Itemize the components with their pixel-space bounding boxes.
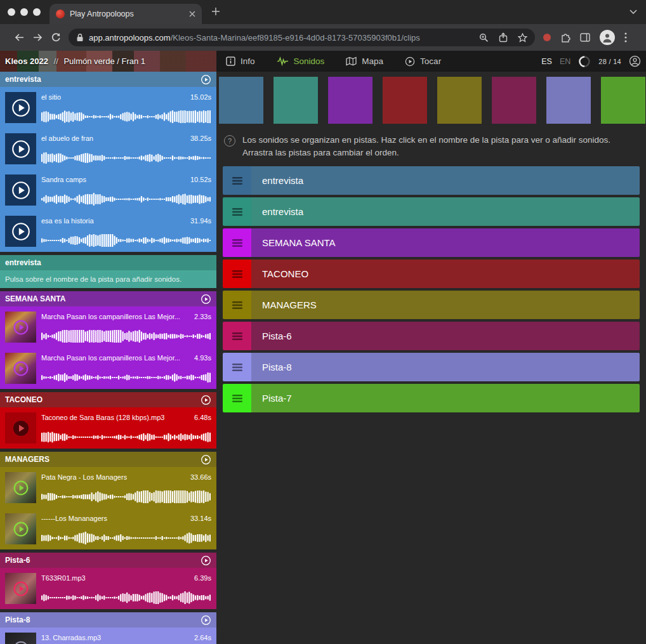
track-swatch[interactable] — [219, 77, 263, 124]
track-row[interactable]: TACONEO — [223, 260, 640, 288]
main-panel: ? Los sonidos se organizan en pistas. Ha… — [216, 72, 646, 644]
breadcrumb-project[interactable]: Kleos 2022 — [5, 56, 48, 66]
track-row[interactable]: entrevista — [223, 197, 640, 226]
clip[interactable]: esa es la historia31.94s — [0, 211, 216, 252]
play-track-icon[interactable] — [201, 454, 211, 465]
track-swatch[interactable] — [328, 77, 372, 124]
track-row-label: Pista-6 — [262, 331, 292, 341]
track-swatch[interactable] — [437, 77, 482, 124]
clip[interactable]: Marcha Pasan los campanilleros Las Mejor… — [0, 348, 216, 389]
tab-search-chevron-icon[interactable] — [630, 10, 637, 15]
tab-sonidos[interactable]: Sonidos — [277, 56, 325, 66]
clip-thumbnail[interactable] — [5, 633, 36, 644]
track-row[interactable]: entrevista — [223, 166, 640, 195]
clip[interactable]: el sitio15.02s — [0, 87, 216, 128]
minimize-window-button[interactable] — [20, 8, 28, 16]
clip-play-button[interactable] — [5, 174, 36, 206]
clip-play-button[interactable] — [5, 216, 36, 247]
track-swatch[interactable] — [546, 77, 591, 124]
drag-handle-icon[interactable] — [223, 166, 251, 195]
drag-handle-icon[interactable] — [223, 228, 251, 257]
maximize-window-button[interactable] — [33, 8, 41, 16]
drag-handle-icon[interactable] — [223, 353, 251, 381]
url-bar[interactable]: app.antropoloops.com /Kleos-Santa-Marina… — [69, 29, 535, 46]
track-swatch[interactable] — [492, 77, 536, 124]
track-swatch[interactable] — [274, 77, 318, 124]
drag-handle-icon[interactable] — [223, 197, 251, 226]
account-icon[interactable] — [629, 55, 641, 67]
waveform — [41, 193, 211, 206]
clip-thumbnail[interactable] — [5, 412, 36, 444]
recording-extension-icon[interactable] — [543, 34, 551, 41]
track-header[interactable]: entrevista — [0, 255, 216, 270]
play-track-icon[interactable] — [201, 555, 211, 566]
clip[interactable]: Pata Negra - Los Managers33.66s — [0, 467, 216, 508]
track-section-taconeo: TACONEO Taconeo de Sara Baras (128 kbps)… — [0, 392, 216, 449]
play-track-icon[interactable] — [201, 615, 211, 626]
back-icon[interactable] — [14, 32, 25, 43]
play-track-icon[interactable] — [201, 74, 211, 85]
track-header[interactable]: Pista-6 — [0, 553, 216, 568]
clip-thumbnail[interactable] — [5, 513, 36, 544]
clip[interactable]: el abuelo de fran38.25s — [0, 128, 216, 169]
track-row[interactable]: Pista-7 — [223, 384, 640, 412]
clip-play-button[interactable] — [5, 133, 36, 164]
track-header[interactable]: SEMANA SANTA — [0, 291, 216, 306]
track-row[interactable]: MANAGERS — [223, 291, 640, 319]
play-track-icon[interactable] — [201, 294, 211, 305]
drag-handle-icon[interactable] — [223, 291, 251, 319]
progress-ring-icon — [578, 55, 591, 68]
track-clips: Pata Negra - Los Managers33.66s ------Lo… — [0, 467, 216, 549]
clip-thumbnail[interactable] — [5, 472, 36, 503]
lock-icon[interactable] — [76, 33, 84, 42]
track-swatch[interactable] — [601, 77, 645, 124]
tab-info[interactable]: Info — [226, 56, 255, 66]
track-row-label: TACONEO — [262, 268, 308, 279]
clip-play-button[interactable] — [5, 92, 36, 123]
drag-handle-icon[interactable] — [223, 384, 251, 412]
close-tab-icon[interactable] — [189, 11, 195, 17]
waveform — [41, 330, 211, 343]
extensions-puzzle-icon[interactable] — [560, 32, 570, 43]
clip-duration: 6.39s — [194, 574, 211, 582]
track-row[interactable]: Pista-8 — [223, 353, 640, 381]
play-track-icon[interactable] — [201, 395, 211, 405]
zoom-icon[interactable] — [479, 33, 489, 43]
track-row[interactable]: SEMANA SANTA — [223, 228, 640, 257]
track-section-pista-8: Pista-8 13. Charradas.mp32.64s — [0, 612, 216, 644]
window-controls[interactable] — [8, 8, 41, 16]
track-header[interactable]: TACONEO — [0, 392, 216, 407]
breadcrumb[interactable]: Kleos 2022 // Pulmón verde / Fran 1 — [0, 51, 216, 72]
clip[interactable]: 13. Charradas.mp32.64s — [0, 628, 216, 644]
clip[interactable]: ------Los Mananagers33.14s — [0, 508, 216, 549]
browser-menu-icon[interactable] — [624, 32, 627, 43]
track-row[interactable]: Pista-6 — [223, 322, 640, 350]
clip-duration: 10.52s — [190, 176, 211, 183]
clip-thumbnail[interactable] — [5, 312, 36, 343]
track-header[interactable]: entrevista — [0, 72, 216, 87]
reload-icon[interactable] — [51, 32, 61, 43]
close-window-button[interactable] — [8, 8, 15, 16]
tab-tocar[interactable]: Tocar — [405, 56, 441, 67]
track-swatch[interactable] — [383, 77, 427, 124]
clip[interactable]: T633R01.mp36.39s — [0, 568, 216, 609]
clip[interactable]: Sandra camps10.52s — [0, 169, 216, 211]
clip-thumbnail[interactable] — [5, 573, 36, 604]
clip-thumbnail[interactable] — [5, 353, 36, 384]
share-icon[interactable] — [499, 32, 508, 43]
clip[interactable]: Marcha Pasan los campanilleros Las Mejor… — [0, 306, 216, 348]
lang-en[interactable]: EN — [560, 57, 570, 66]
browser-tab[interactable]: Play Antropoloops — [49, 4, 202, 24]
lang-es[interactable]: ES — [541, 57, 552, 66]
forward-icon[interactable] — [32, 32, 43, 43]
tab-mapa[interactable]: Mapa — [346, 56, 383, 66]
side-panel-icon[interactable] — [580, 33, 590, 42]
drag-handle-icon[interactable] — [223, 322, 251, 350]
profile-avatar[interactable] — [600, 30, 615, 45]
clip[interactable]: Taconeo de Sara Baras (128 kbps).mp36.48… — [0, 407, 216, 449]
drag-handle-icon[interactable] — [223, 260, 251, 288]
new-tab-button[interactable] — [211, 6, 221, 16]
track-header[interactable]: MANAGERS — [0, 452, 216, 467]
bookmark-star-icon[interactable] — [518, 33, 527, 43]
track-header[interactable]: Pista-8 — [0, 612, 216, 628]
